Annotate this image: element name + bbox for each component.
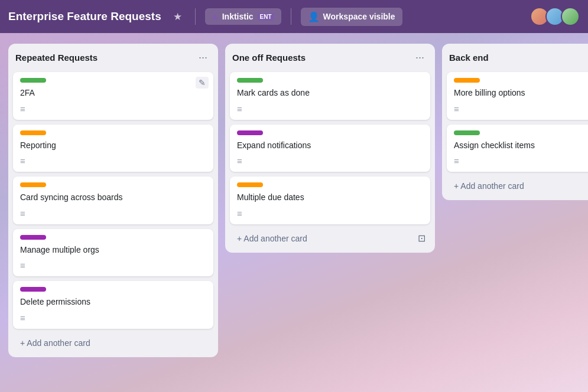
card-desc-icon-c5: ≡ [20, 313, 206, 323]
workspace-name: Inktistic [222, 12, 254, 21]
card-title-c10: Assign checklist items [454, 140, 588, 152]
add-card-area-repeated: + Add another card [13, 334, 213, 352]
card-title-c8: Multiple due dates [237, 192, 423, 204]
app-header: Enterprise Feature Requests ★ Inktistic … [0, 0, 588, 33]
star-button[interactable]: ★ [170, 8, 186, 25]
card-c3[interactable]: Card syncing across boards≡ [13, 177, 213, 224]
card-label-c2 [20, 130, 46, 135]
card-desc-icon-c8: ≡ [237, 208, 423, 218]
add-card-button-backend[interactable]: + Add another card [448, 177, 588, 195]
column-header-repeated: Repeated Requests··· [13, 50, 213, 67]
visibility-label: Workspace visible [323, 12, 395, 21]
card-edit-icon-c1[interactable]: ✎ [196, 77, 209, 89]
workspace-button[interactable]: Inktistic ENT [205, 8, 281, 25]
board-title: Enterprise Feature Requests [8, 10, 161, 23]
template-button-oneoff[interactable]: ⊡ [414, 230, 429, 246]
card-label-c7 [237, 130, 263, 135]
card-title-c2: Reporting [20, 140, 206, 152]
add-card-button-oneoff[interactable]: + Add another card [231, 229, 414, 248]
card-desc-icon-c6: ≡ [237, 104, 423, 114]
card-label-c8 [237, 182, 263, 187]
column-menu-button-oneoff[interactable]: ··· [412, 51, 428, 64]
card-desc-icon-c1: ≡ [20, 104, 206, 114]
card-c7[interactable]: Expand notifications≡ [230, 125, 430, 172]
card-c1[interactable]: ✎2FA≡ [13, 72, 213, 120]
card-label-c4 [20, 235, 46, 240]
card-c10[interactable]: Assign checklist items≡ [447, 125, 588, 172]
card-c9[interactable]: More billing options≡ [447, 72, 588, 120]
column-backend: Back end···More billing options≡Assign c… [442, 44, 588, 200]
card-desc-icon-c4: ≡ [20, 260, 206, 270]
workspace-icon [212, 14, 218, 19]
workspace-visibility-button[interactable]: 👤 Workspace visible [301, 8, 402, 26]
add-card-area-backend: + Add another card [447, 177, 588, 195]
card-label-c9 [454, 78, 480, 83]
card-label-c1 [20, 78, 46, 83]
card-title-c6: Mark cards as done [237, 87, 423, 99]
card-desc-icon-c3: ≡ [20, 208, 206, 218]
column-title-repeated: Repeated Requests [15, 53, 98, 63]
header-divider [195, 8, 196, 25]
column-menu-button-repeated[interactable]: ··· [195, 51, 211, 64]
column-header-backend: Back end··· [447, 50, 588, 67]
card-title-c4: Manage multiple orgs [20, 244, 206, 256]
card-c6[interactable]: Mark cards as done≡ [230, 72, 430, 120]
header-divider-2 [291, 8, 291, 25]
card-c8[interactable]: Multiple due dates≡ [230, 177, 430, 224]
card-c5[interactable]: Delete permissions≡ [13, 281, 213, 329]
card-desc-icon-c2: ≡ [20, 156, 206, 166]
card-label-c3 [20, 182, 46, 187]
card-title-c5: Delete permissions [20, 296, 206, 308]
column-title-oneoff: One off Requests [232, 53, 306, 63]
board-area: Repeated Requests···✎2FA≡Reporting≡Card … [0, 33, 588, 392]
ent-badge: ENT [258, 13, 274, 21]
card-label-c10 [454, 130, 480, 135]
card-c4[interactable]: Manage multiple orgs≡ [13, 229, 213, 277]
add-card-button-repeated[interactable]: + Add another card [14, 334, 212, 352]
card-title-c3: Card syncing across boards [20, 192, 206, 204]
column-header-oneoff: One off Requests··· [230, 50, 430, 67]
card-desc-icon-c10: ≡ [454, 156, 588, 166]
card-label-c5 [20, 287, 46, 292]
card-desc-icon-c7: ≡ [237, 156, 423, 166]
member-avatars [530, 7, 580, 26]
card-label-c6 [237, 78, 263, 83]
avatar[interactable] [561, 7, 580, 26]
column-repeated: Repeated Requests···✎2FA≡Reporting≡Card … [8, 44, 218, 357]
add-card-area-oneoff: + Add another card⊡ [230, 229, 430, 248]
card-c2[interactable]: Reporting≡ [13, 125, 213, 172]
card-title-c1: 2FA [20, 87, 206, 99]
card-desc-icon-c9: ≡ [454, 104, 588, 114]
card-title-c9: More billing options [454, 87, 588, 99]
visibility-icon: 👤 [308, 11, 320, 22]
card-title-c7: Expand notifications [237, 140, 423, 152]
column-oneoff: One off Requests···Mark cards as done≡Ex… [225, 44, 435, 253]
column-title-backend: Back end [449, 53, 489, 63]
